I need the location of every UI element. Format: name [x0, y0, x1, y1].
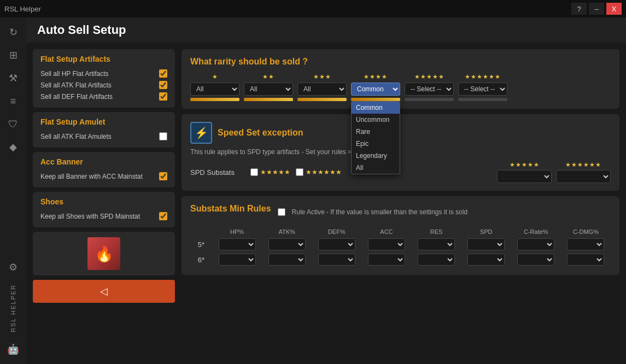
spd-select-6[interactable]	[556, 170, 611, 183]
sell-def-checkbox[interactable]	[159, 92, 167, 101]
rarity-dropdown-4: Common Uncommon Rare Epic Legendary All	[351, 101, 400, 174]
stars-4: ★★★★	[364, 73, 388, 80]
keep-banner-checkbox[interactable]	[159, 172, 167, 180]
window-controls: ? – X	[571, 3, 622, 15]
substats-select-6-hp[interactable]	[219, 254, 256, 266]
sell-def-label: Sell all DEF Flat Artifacts	[40, 93, 113, 101]
rarity-select-3[interactable]: AllCommonUncommonRareEpicLegendary	[297, 83, 347, 96]
sell-atk-label: Sell all ATK Flat Artifacts	[40, 81, 112, 89]
sidebar-label: RSL HELPER	[10, 284, 16, 332]
sell-hp-label: Sell all HP Flat Artifacts	[40, 70, 109, 78]
substats-select-6-acc[interactable]	[368, 254, 405, 266]
substats-cell-6-hp	[212, 252, 262, 267]
substats-select-6-atk[interactable]	[268, 254, 306, 266]
substats-select-5-cdmg[interactable]	[567, 238, 604, 250]
sidebar-icon-grid[interactable]: ⊞	[3, 45, 24, 66]
sidebar-icon-settings[interactable]: ⚙	[3, 257, 24, 278]
substats-title: Substats Min Rules	[190, 204, 271, 214]
substats-cell-5-cdmg	[561, 237, 611, 252]
sell-hp-checkbox[interactable]	[159, 69, 167, 78]
substats-select-6-spd[interactable]	[467, 254, 505, 266]
sell-atk-checkbox[interactable]	[159, 81, 167, 89]
help-button[interactable]: ?	[571, 3, 587, 15]
dropdown-item-common[interactable]: Common	[352, 102, 400, 114]
substats-cell-6-acc	[361, 252, 411, 267]
substats-select-5-atk[interactable]	[268, 238, 306, 250]
rarity-select-1[interactable]: AllCommonUncommonRareEpicLegendary	[190, 83, 239, 96]
page-title: Auto Sell Setup	[37, 23, 126, 37]
sell-atk-row: Sell all ATK Flat Artifacts	[40, 79, 167, 91]
star-bar-2	[244, 98, 293, 101]
spd-5star-stars: ★★★★★	[260, 168, 290, 176]
dropdown-item-uncommon[interactable]: Uncommon	[352, 114, 400, 126]
rarity-select-6[interactable]: -- Select --AllCommonUncommonRareEpicLeg…	[458, 83, 507, 96]
substats-cell-5-acc	[361, 237, 411, 252]
sidebar-icon-robot[interactable]: 🤖	[3, 339, 24, 360]
sell-atk-amulet-checkbox[interactable]	[159, 132, 167, 140]
shoes-title: Shoes	[40, 197, 167, 206]
substats-select-5-def[interactable]	[318, 238, 355, 250]
substats-cell-6-res	[412, 252, 461, 267]
stars-2: ★★	[262, 73, 274, 80]
substats-cell-5-def	[312, 237, 361, 252]
sidebar-icon-refresh[interactable]: ↻	[3, 22, 24, 43]
rarity-select-4[interactable]: CommonUncommonRareEpicLegendaryAll	[351, 83, 400, 96]
rarity-col-6: ★★★★★★ -- Select --AllCommonUncommonRare…	[458, 73, 507, 101]
main-content: Flat Setup Artifacts Sell all HP Flat Ar…	[26, 43, 626, 364]
substats-select-5-crate[interactable]	[517, 238, 554, 250]
dropdown-item-legendary[interactable]: Legendary	[352, 150, 400, 162]
substats-cell-5-spd	[461, 237, 511, 252]
spd-label: SPD Substats	[190, 168, 245, 177]
star-bar-5	[405, 98, 454, 101]
dropdown-item-epic[interactable]: Epic	[352, 138, 400, 150]
close-button[interactable]: X	[606, 3, 622, 15]
speed-set-header: ⚡ Speed Set exception	[190, 122, 611, 144]
substats-th-res: RES	[412, 227, 461, 237]
speed-set-icon: ⚡	[190, 122, 212, 144]
substats-cell-6-def	[312, 252, 361, 267]
spd-6star-checkbox[interactable]	[296, 168, 303, 176]
substats-select-6-def[interactable]	[318, 254, 355, 266]
speed-rule-text: This rule applies to SPD type artifacts …	[190, 148, 611, 156]
minimize-button[interactable]: –	[589, 3, 604, 15]
app-container: ↻ ⊞ ⚒ ≡ 🛡 ◆ ⚙ RSL HELPER 🤖 Auto Sell Set…	[0, 17, 626, 364]
sidebar-icon-shield[interactable]: 🛡	[3, 114, 24, 134]
substats-cell-5-res	[412, 237, 461, 252]
substats-th-spd: SPD	[461, 227, 511, 237]
rarity-select-2[interactable]: AllCommonUncommonRareEpicLegendary	[244, 83, 293, 96]
substats-select-5-hp[interactable]	[219, 238, 256, 250]
substats-select-5-res[interactable]	[418, 238, 455, 250]
back-button[interactable]: ◁	[33, 280, 175, 303]
sell-atk-amulet-row: Sell all ATK Flat Amulets	[40, 131, 167, 142]
substats-th-empty	[190, 227, 212, 237]
substats-active-checkbox[interactable]	[278, 208, 285, 216]
substats-header: Substats Min Rules Rule Active - If the …	[190, 204, 611, 220]
speed-set-title: Speed Set exception	[218, 128, 303, 138]
dropdown-item-rare[interactable]: Rare	[352, 126, 400, 138]
rarity-select-5[interactable]: -- Select --AllCommonUncommonRareEpicLeg…	[405, 83, 454, 96]
substats-th-def: DEF%	[312, 227, 361, 237]
rarity-col-3: ★★★ AllCommonUncommonRareEpicLegendary	[297, 73, 347, 101]
substats-select-6-crate[interactable]	[517, 254, 554, 266]
substats-select-5-acc[interactable]	[368, 238, 405, 250]
sidebar-icon-gem[interactable]: ◆	[3, 137, 24, 157]
spd-select-5[interactable]	[497, 170, 552, 183]
right-panel: What rarity should be sold ? ★ AllCommon…	[182, 49, 619, 357]
star-bar-1	[190, 98, 239, 101]
sidebar-icon-list[interactable]: ≡	[3, 91, 24, 111]
star-bar-3	[297, 98, 347, 101]
rarity-row: ★ AllCommonUncommonRareEpicLegendary ★★ …	[190, 73, 611, 101]
spd-star5-col: ★★★★★	[497, 161, 552, 183]
substats-select-6-res[interactable]	[418, 254, 455, 266]
substats-select-6-cdmg[interactable]	[567, 254, 604, 266]
sidebar-icon-tools[interactable]: ⚒	[3, 68, 24, 89]
dropdown-item-all[interactable]: All	[352, 162, 400, 174]
substats-select-5-spd[interactable]	[467, 238, 505, 250]
spd-checkbox-5star: ★★★★★	[250, 168, 290, 176]
substats-row-5: 5*	[190, 237, 611, 252]
substats-cell-6-atk	[262, 252, 312, 267]
acc-banner-section: Acc Banner Keep all Banner with ACC Main…	[33, 152, 175, 187]
keep-shoes-checkbox[interactable]	[159, 212, 167, 220]
spd-5star-checkbox[interactable]	[250, 168, 258, 176]
content-area: Auto Sell Setup Flat Setup Artifacts Sel…	[26, 17, 626, 364]
